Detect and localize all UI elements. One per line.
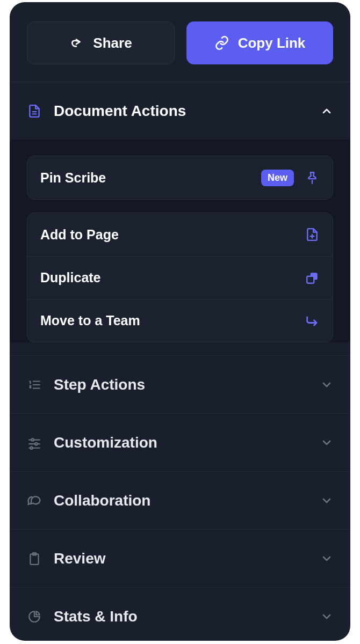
svg-point-12 bbox=[35, 443, 37, 445]
action-label: Add to Page bbox=[40, 227, 305, 243]
section-title: Stats & Info bbox=[54, 608, 320, 625]
chat-bubbles-icon bbox=[27, 493, 42, 508]
pie-chart-icon bbox=[27, 609, 42, 624]
svg-point-10 bbox=[32, 438, 34, 441]
document-icon bbox=[27, 104, 42, 119]
action-label: Move to a Team bbox=[40, 313, 305, 328]
sliders-icon bbox=[27, 435, 42, 450]
section-title: Review bbox=[54, 550, 320, 567]
svg-point-14 bbox=[30, 447, 32, 449]
action-label: Duplicate bbox=[40, 270, 305, 286]
copy-link-button[interactable]: Copy Link bbox=[186, 21, 333, 64]
action-duplicate[interactable]: Duplicate bbox=[27, 256, 333, 299]
section-header-collaboration[interactable]: Collaboration bbox=[10, 471, 350, 529]
chevron-down-icon bbox=[320, 436, 333, 449]
share-button-label: Share bbox=[93, 35, 132, 52]
action-move-to-team[interactable]: Move to a Team bbox=[27, 299, 333, 342]
action-label: Pin Scribe bbox=[40, 170, 261, 186]
move-arrow-icon bbox=[305, 313, 320, 328]
clipboard-icon bbox=[27, 551, 42, 566]
chevron-down-icon bbox=[320, 552, 333, 565]
action-card-group: Add to Page Duplicate Move to a Team bbox=[27, 213, 333, 342]
copy-link-button-label: Copy Link bbox=[238, 35, 306, 52]
section-title: Document Actions bbox=[54, 103, 320, 120]
pin-icon bbox=[305, 170, 320, 185]
section-header-stats-info[interactable]: Stats & Info bbox=[10, 587, 350, 641]
section-title: Step Actions bbox=[54, 376, 320, 393]
action-card-pin: Pin Scribe New bbox=[27, 156, 333, 200]
file-plus-icon bbox=[305, 227, 320, 242]
chevron-down-icon bbox=[320, 378, 333, 391]
duplicate-icon bbox=[305, 270, 320, 286]
top-buttons-row: Share Copy Link bbox=[10, 2, 350, 82]
section-title: Collaboration bbox=[54, 492, 320, 509]
section-header-customization[interactable]: Customization bbox=[10, 413, 350, 471]
link-icon bbox=[214, 35, 229, 50]
section-header-review[interactable]: Review bbox=[10, 529, 350, 587]
document-actions-body: Pin Scribe New Add to Page Duplicate bbox=[10, 140, 350, 342]
new-badge: New bbox=[261, 170, 294, 186]
actions-panel: Share Copy Link Document Actions Pin Scr… bbox=[10, 2, 350, 641]
ordered-list-icon bbox=[27, 377, 42, 392]
share-button[interactable]: Share bbox=[27, 21, 175, 64]
action-pin-scribe[interactable]: Pin Scribe New bbox=[27, 156, 333, 199]
chevron-down-icon bbox=[320, 494, 333, 507]
section-header-step-actions[interactable]: Step Actions bbox=[10, 355, 350, 413]
section-title: Customization bbox=[54, 434, 320, 451]
chevron-down-icon bbox=[320, 610, 333, 623]
action-add-to-page[interactable]: Add to Page bbox=[27, 213, 333, 256]
chevron-up-icon bbox=[320, 105, 333, 118]
svg-rect-5 bbox=[307, 276, 314, 283]
share-arrow-icon bbox=[69, 35, 84, 50]
section-header-document-actions[interactable]: Document Actions bbox=[10, 82, 350, 140]
